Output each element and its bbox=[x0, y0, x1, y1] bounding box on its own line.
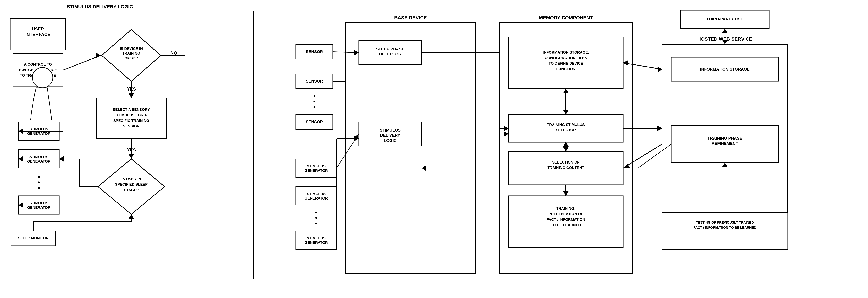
svg-text:SLEEP PHASE: SLEEP PHASE bbox=[376, 47, 404, 52]
svg-text:FACT / INFORMATION: FACT / INFORMATION bbox=[547, 218, 585, 222]
svg-rect-72 bbox=[296, 159, 337, 177]
svg-text:GENERATOR: GENERATOR bbox=[27, 205, 51, 209]
svg-rect-120 bbox=[662, 212, 788, 250]
svg-text:STIMULUS: STIMULUS bbox=[380, 128, 401, 132]
svg-text:SPECIFIC TRAINING: SPECIFIC TRAINING bbox=[113, 119, 149, 123]
svg-text:A CONTROL TO: A CONTROL TO bbox=[24, 62, 52, 66]
svg-text:TRAINING: TRAINING bbox=[122, 51, 141, 55]
svg-text:IS DEVICE IN: IS DEVICE IN bbox=[120, 46, 143, 51]
svg-text:SELECT A SENSORY: SELECT A SENSORY bbox=[113, 107, 150, 111]
svg-text:FACT / INFORMATION TO BE LEARN: FACT / INFORMATION TO BE LEARNED bbox=[693, 226, 756, 229]
svg-text:MODE?: MODE? bbox=[125, 56, 138, 60]
svg-text:GENERATOR: GENERATOR bbox=[27, 132, 51, 136]
svg-text:TRAINING CONTENT: TRAINING CONTENT bbox=[548, 166, 584, 170]
svg-text:STIMULUS: STIMULUS bbox=[307, 236, 326, 240]
svg-text:PRESENTATION OF: PRESENTATION OF bbox=[549, 212, 583, 216]
svg-text:DETECTOR: DETECTOR bbox=[379, 52, 401, 56]
svg-text:IS USER IN: IS USER IN bbox=[122, 177, 141, 181]
svg-text:GENERATOR: GENERATOR bbox=[305, 196, 328, 200]
svg-text:MEMORY COMPONENT: MEMORY COMPONENT bbox=[539, 15, 593, 21]
svg-text:•: • bbox=[38, 184, 40, 192]
svg-text:BASE DEVICE: BASE DEVICE bbox=[394, 15, 427, 21]
svg-text:STIMULUS FOR A: STIMULUS FOR A bbox=[116, 113, 147, 117]
svg-text:TRAINING:: TRAINING: bbox=[556, 206, 575, 210]
svg-text:INTERFACE: INTERFACE bbox=[25, 32, 51, 37]
svg-text:LOGIC: LOGIC bbox=[384, 138, 397, 143]
svg-text:SELECTOR: SELECTOR bbox=[556, 128, 576, 132]
svg-text:TRAINING PHASE: TRAINING PHASE bbox=[708, 136, 742, 141]
svg-text:STIMULUS: STIMULUS bbox=[307, 164, 326, 168]
svg-text:GENERATOR: GENERATOR bbox=[305, 240, 328, 244]
svg-text:STIMULUS: STIMULUS bbox=[29, 127, 48, 131]
svg-text:•: • bbox=[315, 220, 317, 227]
svg-text:STIMULUS: STIMULUS bbox=[29, 201, 48, 205]
svg-text:GENERATOR: GENERATOR bbox=[305, 168, 328, 172]
svg-text:SPECIFIED SLEEP: SPECIFIED SLEEP bbox=[115, 183, 148, 187]
svg-text:•: • bbox=[313, 104, 315, 110]
svg-text:STIMULUS: STIMULUS bbox=[307, 192, 326, 196]
svg-rect-106 bbox=[508, 196, 623, 247]
svg-marker-163 bbox=[657, 126, 662, 131]
svg-point-39 bbox=[32, 67, 53, 88]
svg-text:FUNCTION: FUNCTION bbox=[556, 67, 575, 71]
svg-rect-0 bbox=[72, 11, 253, 279]
svg-text:REFINEMENT: REFINEMENT bbox=[712, 141, 738, 146]
svg-text:USER: USER bbox=[32, 26, 44, 31]
svg-rect-15 bbox=[96, 98, 166, 139]
svg-text:INFORMATION STORAGE: INFORMATION STORAGE bbox=[700, 67, 750, 71]
svg-text:NO: NO bbox=[170, 51, 177, 56]
svg-text:THIRD-PARTY USE: THIRD-PARTY USE bbox=[707, 16, 743, 21]
svg-rect-81 bbox=[296, 231, 337, 250]
svg-text:STIMULUS DELIVERY LOGIC: STIMULUS DELIVERY LOGIC bbox=[67, 4, 133, 9]
svg-text:STIMULUS: STIMULUS bbox=[29, 155, 48, 159]
svg-marker-153 bbox=[657, 67, 662, 72]
svg-text:TESTING OF PREVIOUSLY TRAINED: TESTING OF PREVIOUSLY TRAINED bbox=[696, 221, 754, 224]
svg-text:STAGE?: STAGE? bbox=[124, 188, 139, 192]
svg-rect-75 bbox=[296, 187, 337, 205]
diagram-svg: STIMULUS DELIVERY LOGIC USER INTERFACE A… bbox=[0, 0, 868, 298]
svg-text:GENERATOR: GENERATOR bbox=[27, 159, 51, 163]
svg-text:SENSOR: SENSOR bbox=[306, 79, 323, 84]
svg-text:SENSOR: SENSOR bbox=[306, 120, 323, 124]
svg-text:TO BE LEARNED: TO BE LEARNED bbox=[551, 223, 581, 227]
svg-text:SESSION: SESSION bbox=[123, 124, 140, 128]
svg-text:TO DEFINE DEVICE: TO DEFINE DEVICE bbox=[549, 61, 583, 65]
svg-text:DELIVERY: DELIVERY bbox=[380, 133, 400, 138]
svg-text:INFORMATION STORAGE,: INFORMATION STORAGE, bbox=[543, 50, 589, 54]
diagram-container: STIMULUS DELIVERY LOGIC USER INTERFACE A… bbox=[0, 0, 868, 298]
svg-text:SENSOR: SENSOR bbox=[306, 49, 323, 54]
svg-text:SLEEP MONITOR: SLEEP MONITOR bbox=[18, 236, 49, 240]
svg-marker-156 bbox=[722, 40, 727, 44]
svg-marker-157 bbox=[722, 29, 727, 33]
svg-text:SELECTION OF: SELECTION OF bbox=[552, 160, 580, 164]
svg-text:CONFIGURATION FILES: CONFIGURATION FILES bbox=[545, 56, 587, 60]
svg-text:TRAINING STIMULUS: TRAINING STIMULUS bbox=[547, 123, 585, 127]
